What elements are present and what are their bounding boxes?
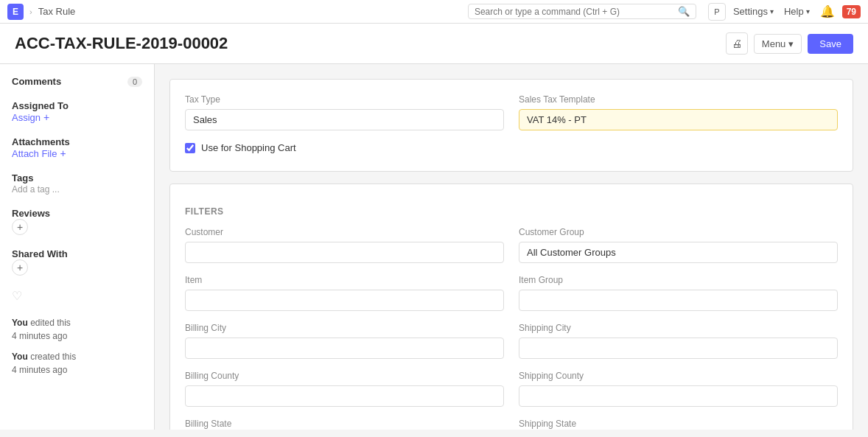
form-row-tax: Tax Type Sales Tax Template [185, 94, 838, 130]
sales-tax-template-label: Sales Tax Template [519, 94, 838, 105]
form-group-shipping-state: Shipping State [519, 419, 838, 430]
form-group-shipping-city: Shipping City [519, 323, 838, 359]
billing-city-input[interactable] [185, 338, 504, 359]
topnav: E › Tax Rule 🔍 P Settings ▾ Help ▾ 🔔 79 [0, 0, 868, 24]
use-shopping-cart-label: Use for Shopping Cart [201, 142, 296, 153]
item-input[interactable] [185, 290, 504, 311]
shipping-city-label: Shipping City [519, 323, 838, 333]
form-group-customer-group: Customer Group [519, 227, 838, 263]
search-input[interactable] [475, 7, 673, 17]
add-tag-link[interactable]: Add a tag ... [12, 184, 60, 195]
form-group-billing-city: Billing City [185, 323, 504, 359]
shipping-county-label: Shipping County [519, 371, 838, 381]
form-group-shipping-county: Shipping County [519, 371, 838, 407]
activity-entry-1: You edited this 4 minutes ago [12, 316, 142, 343]
search-box[interactable]: 🔍 [468, 4, 696, 19]
comments-label: Comments [12, 76, 61, 87]
help-button[interactable]: Help ▾ [781, 4, 813, 18]
item-group-label: Item Group [519, 275, 838, 285]
billing-state-label: Billing State [185, 419, 504, 429]
customer-group-label: Customer Group [519, 227, 838, 237]
reviews-label: Reviews [12, 208, 142, 219]
like-section: ♡ [12, 289, 142, 303]
attachments-section: Attachments Attach File + [12, 136, 142, 159]
billing-county-label: Billing County [185, 371, 504, 381]
form-group-item-group: Item Group [519, 275, 838, 311]
form-group-tax-type: Tax Type [185, 94, 504, 130]
customer-input[interactable] [185, 242, 504, 263]
p-button[interactable]: P [708, 3, 726, 21]
page-title: ACC-TAX-RULE-2019-00002 [15, 34, 228, 53]
shared-with-label: Shared With [12, 248, 142, 259]
menu-button[interactable]: Menu ▾ [754, 34, 802, 54]
billing-county-input[interactable] [185, 385, 504, 407]
tax-type-label: Tax Type [185, 94, 504, 105]
filters-row-city: Billing City Shipping City [185, 323, 838, 359]
main-content: Tax Type Sales Tax Template Use for Shop… [155, 64, 868, 430]
form-group-billing-state: Billing State [185, 419, 504, 430]
print-button[interactable]: 🖨 [726, 32, 748, 55]
settings-caret-icon: ▾ [770, 7, 774, 15]
billing-city-label: Billing City [185, 323, 504, 333]
filters-row-state: Billing State Shipping State [185, 419, 838, 430]
comments-count: 0 [127, 77, 142, 87]
comments-section: Comments 0 [12, 76, 142, 87]
notification-icon: 🔔 [820, 5, 835, 18]
main-layout: Comments 0 Assigned To Assign + Attachme… [0, 64, 868, 430]
tax-type-input[interactable] [185, 109, 504, 130]
shipping-state-label: Shipping State [519, 419, 838, 429]
assign-link[interactable]: Assign + [12, 111, 142, 123]
notification-button[interactable]: 🔔 [817, 3, 838, 20]
notification-badge: 79 [842, 5, 861, 18]
app-logo: E [7, 4, 24, 20]
filters-title: FILTERS [185, 206, 838, 217]
search-icon: 🔍 [678, 6, 690, 17]
topnav-actions: P Settings ▾ Help ▾ 🔔 79 [708, 3, 861, 21]
shipping-county-input[interactable] [519, 385, 838, 407]
like-icon[interactable]: ♡ [12, 290, 22, 302]
assigned-to-section: Assigned To Assign + [12, 100, 142, 123]
help-caret-icon: ▾ [806, 7, 810, 15]
add-review-button[interactable]: + [12, 219, 28, 235]
use-shopping-cart-row: Use for Shopping Cart [185, 142, 838, 153]
sales-tax-template-input[interactable] [519, 109, 838, 130]
add-shared-button[interactable]: + [12, 259, 28, 276]
activity-entry-2: You created this 4 minutes ago [12, 350, 142, 377]
reviews-section: Reviews + [12, 208, 142, 235]
item-label: Item [185, 275, 504, 285]
page-actions: 🖨 Menu ▾ Save [726, 32, 853, 55]
settings-button[interactable]: Settings ▾ [730, 4, 777, 18]
filters-row-customer: Customer Customer Group [185, 227, 838, 263]
form-group-sales-tax-template: Sales Tax Template [519, 94, 838, 130]
form-card-filters: FILTERS Customer Customer Group Item [169, 183, 853, 430]
sidebar: Comments 0 Assigned To Assign + Attachme… [0, 64, 155, 430]
item-group-input[interactable] [519, 290, 838, 311]
save-button[interactable]: Save [808, 34, 853, 54]
shared-with-section: Shared With + [12, 248, 142, 276]
attach-plus-icon: + [60, 147, 66, 159]
shipping-city-input[interactable] [519, 338, 838, 359]
attachments-label: Attachments [12, 136, 142, 147]
customer-label: Customer [185, 227, 504, 237]
attach-file-link[interactable]: Attach File + [12, 147, 142, 159]
filters-row-item: Item Item Group [185, 275, 838, 311]
breadcrumb: Tax Rule [38, 6, 76, 17]
assigned-to-label: Assigned To [12, 100, 142, 111]
form-card-main: Tax Type Sales Tax Template Use for Shop… [169, 79, 853, 172]
activity-section: You edited this 4 minutes ago You create… [12, 316, 142, 377]
form-group-customer: Customer [185, 227, 504, 263]
form-group-billing-county: Billing County [185, 371, 504, 407]
customer-group-input[interactable] [519, 242, 838, 263]
tags-label: Tags [12, 172, 142, 183]
form-group-item: Item [185, 275, 504, 311]
page-header: ACC-TAX-RULE-2019-00002 🖨 Menu ▾ Save [0, 24, 868, 64]
assign-plus-icon: + [43, 111, 49, 123]
tags-section: Tags Add a tag ... [12, 172, 142, 195]
use-shopping-cart-checkbox[interactable] [185, 143, 195, 153]
breadcrumb-separator: › [29, 7, 32, 16]
menu-caret-icon: ▾ [788, 38, 794, 49]
print-icon: 🖨 [732, 38, 742, 49]
filters-row-county: Billing County Shipping County [185, 371, 838, 407]
